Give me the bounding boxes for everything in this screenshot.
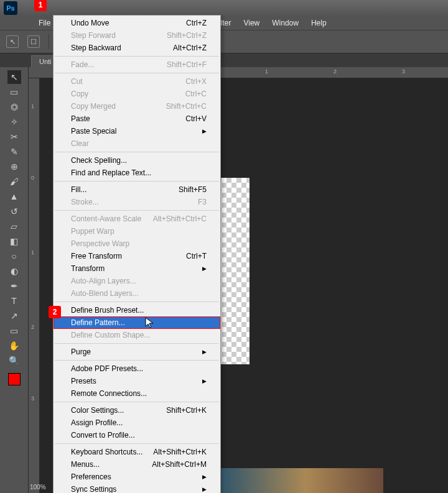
menu-item-fill[interactable]: Fill...Shift+F5 (54, 183, 220, 196)
toolbox: ↖▭⏣✧✂✎⊕🖌▲↺▱◧○◐✒T↗▭✋🔍 (0, 67, 29, 493)
menu-item-shortcut: Alt+Shift+Ctrl+K (153, 448, 207, 456)
menu-item-shortcut: F3 (198, 198, 207, 206)
menu-separator (55, 56, 219, 57)
ruler-tick: 1 (265, 68, 268, 75)
menu-item-color-settings[interactable]: Color Settings...Shift+Ctrl+K (54, 404, 220, 417)
menu-item-menus[interactable]: Menus...Alt+Shift+Ctrl+M (54, 458, 220, 471)
menu-item-fade: Fade...Shift+Ctrl+F (54, 58, 220, 71)
ruler-tick: 1 (31, 249, 34, 256)
menu-item-label: Define Brush Preset... (71, 306, 144, 315)
pen-tool[interactable]: ✒ (7, 279, 21, 293)
ruler-tick: 2 (334, 68, 337, 75)
menu-item-label: Define Custom Shape... (71, 331, 150, 339)
magic-wand-tool[interactable]: ✧ (7, 115, 21, 129)
menu-view[interactable]: View (237, 17, 266, 29)
menu-item-shortcut: Ctrl+T (186, 252, 207, 260)
submenu-arrow-icon: ▶ (202, 128, 207, 134)
hand-tool[interactable]: ✋ (7, 339, 21, 352)
menu-item-step-backward[interactable]: Step BackwardAlt+Ctrl+Z (54, 42, 220, 54)
eraser-tool[interactable]: ▱ (7, 219, 21, 233)
type-tool[interactable]: T (7, 294, 21, 308)
menu-item-shortcut: Shift+Ctrl+Z (167, 31, 207, 40)
menu-item-label: Auto-Align Layers... (71, 277, 136, 285)
menu-item-copy: CopyCtrl+C (54, 88, 220, 100)
menu-item-label: Step Backward (71, 44, 121, 52)
menu-item-label: Perspective Warp (71, 239, 129, 248)
menu-item-assign-profile[interactable]: Assign Profile... (54, 417, 220, 429)
menu-item-check-spelling[interactable]: Check Spelling... (54, 154, 220, 167)
foreground-swatch[interactable] (8, 373, 21, 385)
lasso-tool[interactable]: ⏣ (7, 100, 21, 114)
menu-item-shortcut: Shift+F5 (179, 185, 207, 194)
menu-item-presets[interactable]: Presets▶ (54, 375, 220, 387)
menu-item-undo-move[interactable]: Undo MoveCtrl+Z (54, 17, 220, 29)
auto-select-checkbox[interactable]: ☐ (27, 35, 40, 48)
menu-item-purge[interactable]: Purge▶ (54, 346, 220, 358)
shape-tool[interactable]: ▭ (7, 324, 21, 338)
annotation-badge-2: 2 (49, 306, 61, 318)
ruler-tick: 1 (31, 103, 34, 109)
gradient-tool[interactable]: ◧ (7, 234, 21, 248)
menu-item-paste-special[interactable]: Paste Special▶ (54, 125, 220, 137)
menu-item-label: Paste (71, 114, 90, 123)
menu-item-find-and-replace-text[interactable]: Find and Replace Text... (54, 167, 220, 179)
blur-tool[interactable]: ○ (7, 249, 21, 263)
app-logo: Ps (4, 1, 17, 15)
menu-item-keyboard-shortcuts[interactable]: Keyboard Shortcuts...Alt+Shift+Ctrl+K (54, 446, 220, 458)
brush-tool[interactable]: 🖌 (7, 175, 21, 188)
menu-item-convert-to-profile[interactable]: Convert to Profile... (54, 429, 220, 441)
submenu-arrow-icon: ▶ (202, 265, 207, 272)
menu-item-label: Paste Special (71, 127, 116, 136)
menu-item-define-custom-shape: Define Custom Shape... (54, 329, 220, 341)
menu-separator (55, 443, 219, 444)
menu-item-define-brush-preset[interactable]: Define Brush Preset... (54, 304, 220, 316)
history-brush-tool[interactable]: ↺ (7, 205, 21, 218)
menu-item-define-pattern[interactable]: Define Pattern... (54, 316, 220, 329)
move-tool-indicator[interactable]: ↖ (6, 35, 19, 48)
menu-item-shortcut: Ctrl+V (185, 114, 207, 123)
menu-item-shortcut: Alt+Shift+Ctrl+C (153, 214, 207, 223)
crop-tool[interactable]: ✂ (7, 130, 21, 144)
menu-separator (55, 73, 219, 73)
move-tool[interactable]: ↖ (7, 70, 21, 84)
menu-item-copy-merged: Copy MergedShift+Ctrl+C (54, 100, 220, 113)
menu-item-content-aware-scale: Content-Aware ScaleAlt+Shift+Ctrl+C (54, 213, 220, 225)
menu-item-free-transform[interactable]: Free TransformCtrl+T (54, 250, 220, 262)
menu-separator (55, 302, 219, 302)
menu-help[interactable]: Help (305, 17, 333, 29)
ruler-tick: 0 (31, 175, 34, 181)
menu-item-shortcut: Ctrl+X (185, 77, 207, 86)
path-tool[interactable]: ↗ (7, 309, 21, 323)
zoom-level[interactable]: 100% (30, 484, 46, 491)
healing-tool[interactable]: ⊕ (7, 160, 21, 173)
vertical-ruler: 1 0 1 2 3 (29, 78, 40, 493)
menu-item-preferences[interactable]: Preferences▶ (54, 471, 220, 483)
marquee-tool[interactable]: ▭ (7, 85, 21, 99)
dodge-tool[interactable]: ◐ (7, 264, 21, 278)
menu-separator (55, 152, 219, 152)
zoom-tool[interactable]: 🔍 (7, 354, 21, 367)
menu-item-label: Find and Replace Text... (71, 168, 151, 177)
menu-item-label: Free Transform (71, 252, 122, 260)
menu-separator (55, 402, 219, 402)
menu-separator (55, 343, 219, 344)
menu-item-adobe-pdf-presets[interactable]: Adobe PDF Presets... (54, 362, 220, 375)
menu-item-shortcut: Alt+Shift+Ctrl+M (152, 460, 207, 469)
stamp-tool[interactable]: ▲ (7, 190, 21, 203)
menu-item-transform[interactable]: Transform▶ (54, 262, 220, 275)
menu-item-paste[interactable]: PasteCtrl+V (54, 113, 220, 125)
menu-item-sync-settings[interactable]: Sync Settings▶ (54, 483, 220, 493)
menu-window[interactable]: Window (266, 17, 305, 29)
menu-item-label: Stroke... (71, 198, 99, 206)
menu-item-label: Copy Merged (71, 102, 116, 111)
eyedropper-tool[interactable]: ✎ (7, 145, 21, 159)
menu-item-label: Presets (71, 377, 96, 385)
submenu-arrow-icon: ▶ (202, 349, 207, 355)
ruler-tick: 3 (31, 395, 34, 402)
menu-item-label: Clear (71, 139, 89, 148)
submenu-arrow-icon: ▶ (202, 486, 207, 492)
menu-item-shortcut: Shift+Ctrl+K (166, 406, 207, 415)
menu-item-label: Adobe PDF Presets... (71, 364, 143, 373)
menu-item-remote-connections[interactable]: Remote Connections... (54, 387, 220, 400)
menu-separator (55, 181, 219, 182)
